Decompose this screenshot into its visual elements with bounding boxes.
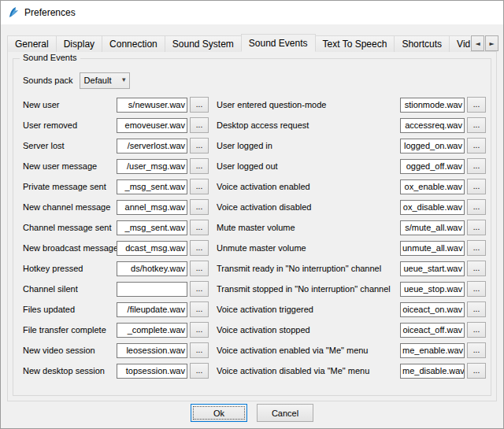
browse-button[interactable]: ...	[467, 261, 486, 276]
browse-button[interactable]: ...	[467, 342, 486, 358]
browse-button[interactable]: ...	[190, 342, 209, 358]
browse-button[interactable]: ...	[467, 138, 486, 153]
sound-event-row: Voice activation disabled via "Me" menu …	[217, 361, 486, 381]
sound-file-input[interactable]: annel_msg.wav	[117, 200, 187, 215]
browse-button[interactable]: ...	[190, 199, 209, 215]
browse-button[interactable]: ...	[190, 179, 209, 194]
browse-button[interactable]: ...	[190, 261, 209, 276]
tab-shortcuts[interactable]: Shortcuts	[394, 35, 450, 52]
sound-file-input[interactable]: s/newuser.wav	[117, 98, 187, 113]
sound-event-label: New user	[23, 100, 117, 109]
sound-file-input[interactable]: topsession.wav	[117, 364, 187, 379]
browse-button[interactable]: ...	[190, 97, 209, 113]
sound-event-row: User logged out ogged_off.wav ...	[217, 156, 486, 176]
sound-event-row: New video session leosession.wav ...	[23, 340, 209, 361]
sound-file-input[interactable]: ox_enable.wav	[400, 179, 465, 194]
browse-button[interactable]: ...	[190, 117, 209, 133]
browse-button[interactable]: ...	[467, 117, 486, 133]
browse-button[interactable]: ...	[190, 240, 209, 256]
sound-file-input[interactable]: /fileupdate.wav	[117, 302, 187, 317]
tab-label: Video	[457, 39, 470, 50]
sound-event-row: Files updated /fileupdate.wav ...	[23, 299, 209, 320]
browse-button[interactable]: ...	[190, 322, 209, 338]
sound-event-label: Server lost	[23, 141, 117, 150]
footer: Ok Cancel	[1, 404, 503, 422]
tab-sound-system[interactable]: Sound System	[165, 35, 242, 52]
sound-file-input[interactable]: leosession.wav	[117, 343, 187, 358]
browse-button[interactable]: ...	[467, 322, 486, 338]
sound-file-input[interactable]: stionmode.wav	[400, 98, 465, 113]
sound-file-input[interactable]: ox_disable.wav	[400, 200, 465, 215]
sound-file-input[interactable]: me_enable.wav	[400, 343, 465, 358]
sound-file-input[interactable]: _msg_sent.wav	[117, 220, 187, 235]
sound-event-label: New video session	[23, 346, 117, 355]
window-title: Preferences	[24, 7, 76, 18]
sound-event-label: New user message	[23, 161, 117, 171]
sound-file-input[interactable]: oiceact_on.wav	[400, 302, 465, 317]
browse-button[interactable]: ...	[190, 220, 209, 235]
browse-button[interactable]: ...	[467, 158, 486, 174]
sound-event-label: Voice activation enabled	[217, 182, 400, 191]
tab-scroll-buttons: ◄ ►	[470, 35, 498, 51]
sound-file-input[interactable]	[117, 282, 187, 297]
ok-button[interactable]: Ok	[191, 404, 247, 422]
browse-button[interactable]: ...	[467, 220, 486, 235]
sound-event-label: Files updated	[23, 305, 117, 314]
browse-button[interactable]: ...	[467, 240, 486, 256]
sound-event-row: Voice activation enabled ox_enable.wav .…	[217, 176, 486, 197]
sound-event-label: Hotkey pressed	[23, 264, 117, 273]
sound-event-label: Channel message sent	[23, 223, 117, 232]
browse-button[interactable]: ...	[467, 199, 486, 215]
sound-file-input[interactable]: /serverlost.wav	[117, 139, 187, 153]
sound-event-row: User logged in logged_on.wav ...	[217, 135, 486, 156]
browse-button[interactable]: ...	[467, 363, 486, 379]
sound-file-input[interactable]: logged_on.wav	[400, 139, 465, 153]
sound-event-row: User removed emoveuser.wav ...	[23, 115, 209, 135]
sound-event-row: File transfer complete _complete.wav ...	[23, 320, 209, 340]
browse-button[interactable]: ...	[190, 281, 209, 297]
sound-event-label: Mute master volume	[217, 223, 400, 232]
sound-file-input[interactable]: ogged_off.wav	[400, 159, 465, 174]
sound-event-columns: New user s/newuser.wav ... User removed …	[23, 94, 486, 381]
sound-file-input[interactable]: s/mute_all.wav	[400, 220, 465, 235]
sound-event-row: Voice activation triggered oiceact_on.wa…	[217, 299, 486, 320]
browse-button[interactable]: ...	[467, 179, 486, 194]
sound-event-row: Server lost /serverlost.wav ...	[23, 135, 209, 156]
tab-scroll-left-button[interactable]: ◄	[471, 35, 484, 51]
browse-button[interactable]: ...	[467, 97, 486, 113]
browse-button[interactable]: ...	[190, 301, 209, 317]
browse-button[interactable]: ...	[190, 158, 209, 174]
sound-file-input[interactable]: dcast_msg.wav	[117, 241, 187, 256]
tab-connection[interactable]: Connection	[102, 35, 165, 52]
sound-file-input[interactable]: ds/hotkey.wav	[117, 261, 187, 276]
tab-video[interactable]: Video	[449, 35, 470, 52]
cancel-button[interactable]: Cancel	[257, 404, 313, 422]
sound-event-row: Transmit ready in "No interruption" chan…	[217, 258, 486, 279]
tab-display[interactable]: Display	[56, 35, 102, 52]
tab-general[interactable]: General	[7, 35, 57, 52]
tab-text-to-speech[interactable]: Text To Speech	[315, 35, 395, 52]
browse-button[interactable]: ...	[467, 301, 486, 317]
sounds-pack-value: Default	[84, 76, 112, 85]
sound-file-input[interactable]: accessreq.wav	[400, 118, 465, 133]
sound-file-input[interactable]: me_disable.wav	[400, 364, 465, 379]
sound-file-input[interactable]: _complete.wav	[117, 323, 187, 338]
browse-button[interactable]: ...	[190, 138, 209, 153]
sound-event-label: Voice activation enabled via "Me" menu	[217, 346, 400, 355]
tab-sound-events[interactable]: Sound Events	[241, 34, 316, 52]
group-title: Sound Events	[20, 53, 80, 62]
tab-scroll-right-button[interactable]: ►	[485, 35, 498, 51]
browse-button[interactable]: ...	[190, 363, 209, 379]
sound-file-input[interactable]: unmute_all.wav	[400, 241, 465, 256]
sound-file-input[interactable]: ueue_stop.wav	[400, 282, 465, 297]
sounds-pack-select[interactable]: Default ▾	[80, 72, 130, 89]
sound-event-label: Voice activation disabled	[217, 202, 400, 212]
sound-file-input[interactable]: /user_msg.wav	[117, 159, 187, 174]
sound-event-row: Voice activation stopped oiceact_off.wav…	[217, 320, 486, 340]
sound-event-label: Private message sent	[23, 182, 117, 191]
browse-button[interactable]: ...	[467, 281, 486, 297]
sound-file-input[interactable]: ueue_start.wav	[400, 261, 465, 276]
sound-file-input[interactable]: emoveuser.wav	[117, 118, 187, 133]
sound-file-input[interactable]: _msg_sent.wav	[117, 179, 187, 194]
sound-file-input[interactable]: oiceact_off.wav	[400, 323, 465, 338]
